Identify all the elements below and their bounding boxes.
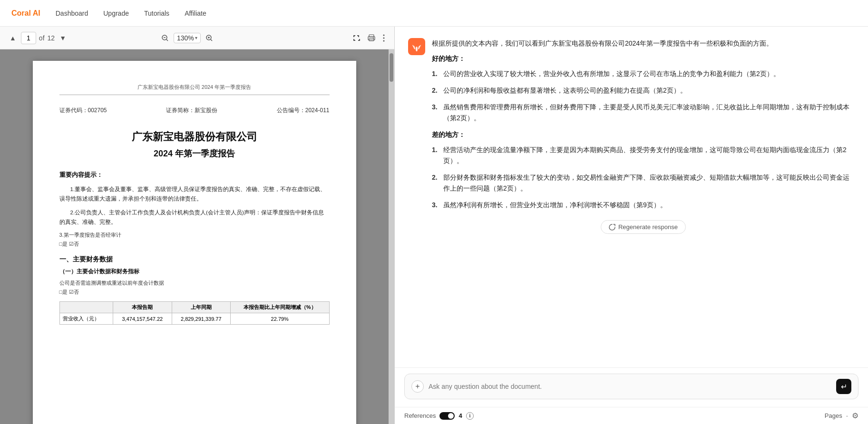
- pdf-meta: 证券代码：002705 证券简称：新宝股份 公告编号：2024-011: [59, 106, 330, 115]
- plus-icon: +: [415, 382, 419, 391]
- page-total: 12: [48, 34, 55, 42]
- pdf-audit-value: □是 ☑否: [59, 241, 330, 248]
- pdf-header-line: 广东新宝电器股份有限公司 2024 年第一季度报告: [59, 84, 330, 95]
- fit-icon: [352, 34, 360, 42]
- print-icon: [368, 34, 375, 42]
- ai-message-body: 根据所提供的文本内容，我们可以看到广东新宝电器股份有限公司2024年第一季度报告…: [432, 38, 855, 234]
- ai-bad-item-2: 部分财务数据和财务指标发生了较大的变动，如交易性金融资产下降、应收款项融资减少、…: [432, 172, 855, 194]
- zoom-display[interactable]: 130% ▾: [174, 33, 201, 43]
- svg-line-6: [211, 39, 212, 41]
- table-cell-prev: 2,829,291,339.77: [172, 313, 230, 325]
- zoom-out-button[interactable]: [159, 32, 171, 44]
- references-count: 4: [458, 412, 462, 419]
- pdf-scroll-thumb[interactable]: [390, 53, 393, 82]
- svg-point-12: [383, 37, 385, 39]
- table-header-1: 本报告期: [113, 302, 172, 313]
- pdf-section1: 一、主要财务数据: [59, 255, 330, 264]
- main-area: ▲ of 12 ▼ 130% ▾: [0, 27, 868, 424]
- zoom-in-icon: [205, 34, 213, 42]
- nav-dashboard[interactable]: Dashboard: [56, 10, 88, 17]
- references-section: References 4 ℹ: [404, 412, 474, 420]
- more-options-button[interactable]: [381, 32, 387, 44]
- settings-icon[interactable]: ⚙: [852, 411, 858, 420]
- nav-tutorials[interactable]: Tutorials: [144, 10, 169, 17]
- pdf-data-table: 本报告期 上年同期 本报告期比上年同期增减（%） 营业收入（元） 3,474,1…: [59, 301, 330, 325]
- ai-input-area: + ↵: [395, 367, 868, 407]
- table-header-3: 本报告期比上年同期增减（%）: [231, 302, 330, 313]
- fit-page-button[interactable]: [351, 32, 362, 44]
- coral-icon: [411, 41, 422, 52]
- svg-point-11: [383, 34, 385, 36]
- pdf-title: 广东新宝电器股份有限公司: [59, 130, 330, 144]
- pdf-subtitle: 2024 年第一季度报告: [59, 148, 330, 159]
- toolbar-right: [351, 32, 387, 44]
- zoom-out-icon: [161, 34, 169, 42]
- pdf-adjust-value: □是 ☑否: [59, 289, 330, 296]
- info-symbol: ℹ: [469, 413, 471, 418]
- nav-upgrade[interactable]: Upgrade: [103, 10, 129, 17]
- prev-page-button[interactable]: ▲: [8, 32, 18, 44]
- pdf-important-2: 2.公司负责人、主管会计工作负责人及会计机构负责人(会计主管人员)声明：保证季度…: [59, 208, 330, 227]
- next-page-button[interactable]: ▼: [58, 32, 68, 44]
- ai-chat-panel: 根据所提供的文本内容，我们可以看到广东新宝电器股份有限公司2024年第一季度报告…: [395, 27, 868, 424]
- zoom-value: 130%: [177, 34, 194, 42]
- svg-line-2: [166, 39, 168, 41]
- ai-good-item-1: 公司的营业收入实现了较大增长，营业外收入也有所增加，这显示了公司在市场上的竞争力…: [432, 68, 855, 79]
- ai-bad-title: 差的地方：: [432, 129, 855, 141]
- zoom-control: 130% ▾: [159, 32, 215, 44]
- pdf-important-1: 1.董事会、监事会及董事、监事、高级管理人员保证季度报告的真实、准确、完整，不存…: [59, 185, 330, 203]
- svg-point-13: [383, 40, 385, 41]
- pdf-meta-notice: 公告编号：2024-011: [277, 106, 330, 115]
- ai-intro-text: 根据所提供的文本内容，我们可以看到广东新宝电器股份有限公司2024年第一季度报告…: [432, 38, 855, 49]
- pdf-scrollbar[interactable]: [389, 49, 394, 424]
- ai-send-button[interactable]: ↵: [836, 379, 851, 394]
- svg-point-10: [373, 38, 374, 39]
- pages-value: -: [846, 412, 848, 419]
- page-navigation: ▲ of 12 ▼: [8, 32, 68, 44]
- ai-avatar: [408, 38, 425, 55]
- references-toggle[interactable]: [439, 412, 455, 420]
- regenerate-bar: Regenerate response: [432, 216, 855, 234]
- pages-label: Pages: [825, 412, 842, 419]
- ai-bottom-bar: References 4 ℹ Pages - ⚙: [395, 407, 868, 424]
- table-cell-label: 营业收入（元）: [59, 313, 113, 325]
- pdf-page: 广东新宝电器股份有限公司 2024 年第一季度报告 证券代码：002705 证券…: [33, 61, 356, 424]
- table-cell-change: 22.79%: [231, 313, 330, 325]
- ai-attach-button[interactable]: +: [411, 380, 424, 393]
- references-info-icon[interactable]: ℹ: [466, 412, 474, 420]
- pdf-adjust-question: 公司是否需追溯调整或重述以前年度会计数据: [59, 279, 330, 287]
- ai-message-1: 根据所提供的文本内容，我们可以看到广东新宝电器股份有限公司2024年第一季度报告…: [408, 38, 855, 234]
- pages-section: Pages - ⚙: [825, 411, 858, 420]
- ai-good-item-3: 虽然销售费用和管理费用有所增长，但财务费用下降，主要是受人民币兑美元汇率波动影响…: [432, 102, 855, 124]
- ai-bad-list: 经营活动产生的现金流量净额下降，主要是因为本期购买商品、接受劳务支付的现金增加，…: [432, 145, 855, 211]
- ai-bad-item-1: 经营活动产生的现金流量净额下降，主要是因为本期购买商品、接受劳务支付的现金增加，…: [432, 145, 855, 166]
- zoom-in-button[interactable]: [204, 32, 215, 44]
- ai-bad-item-3: 虽然净利润有所增长，但营业外支出增加，净利润增长不够稳固（第9页）。: [432, 200, 855, 211]
- page-number-input[interactable]: [21, 32, 36, 44]
- page-separator: of: [39, 34, 45, 42]
- table-header-0: [59, 302, 113, 313]
- regenerate-button[interactable]: Regenerate response: [601, 220, 686, 234]
- ai-messages-list: 根据所提供的文本内容，我们可以看到广东新宝电器股份有限公司2024年第一季度报告…: [395, 27, 868, 367]
- zoom-chevron-icon: ▾: [195, 35, 197, 40]
- pdf-viewer: ▲ of 12 ▼ 130% ▾: [0, 27, 395, 424]
- print-button[interactable]: [366, 32, 377, 44]
- pdf-meta-abbr: 证券简称：新宝股份: [166, 106, 217, 115]
- pdf-toolbar: ▲ of 12 ▼ 130% ▾: [0, 27, 394, 49]
- regenerate-icon: [609, 224, 615, 231]
- nav-affiliate[interactable]: Affiliate: [185, 10, 206, 17]
- ai-good-item-2: 公司的净利润和每股收益都有显著增长，这表明公司的盈利能力在提高（第2页）。: [432, 85, 855, 96]
- svg-point-14: [416, 47, 418, 51]
- pdf-audit-label: 3.第一季度报告是否经审计: [59, 231, 330, 239]
- pdf-document-area[interactable]: 广东新宝电器股份有限公司 2024 年第一季度报告 证券代码：002705 证券…: [0, 49, 389, 424]
- brand-logo[interactable]: Coral AI: [11, 9, 40, 18]
- table-header-2: 上年同期: [172, 302, 230, 313]
- pdf-meta-code: 证券代码：002705: [59, 106, 107, 115]
- ai-good-title: 好的地方：: [432, 53, 855, 65]
- ai-good-list: 公司的营业收入实现了较大增长，营业外收入也有所增加，这显示了公司在市场上的竞争力…: [432, 68, 855, 124]
- regenerate-label: Regenerate response: [618, 223, 678, 231]
- ai-chat-input[interactable]: [429, 383, 831, 390]
- send-icon: ↵: [841, 382, 847, 391]
- ai-input-box: + ↵: [404, 374, 858, 399]
- table-row: 营业收入（元） 3,474,157,547.22 2,829,291,339.7…: [59, 313, 329, 325]
